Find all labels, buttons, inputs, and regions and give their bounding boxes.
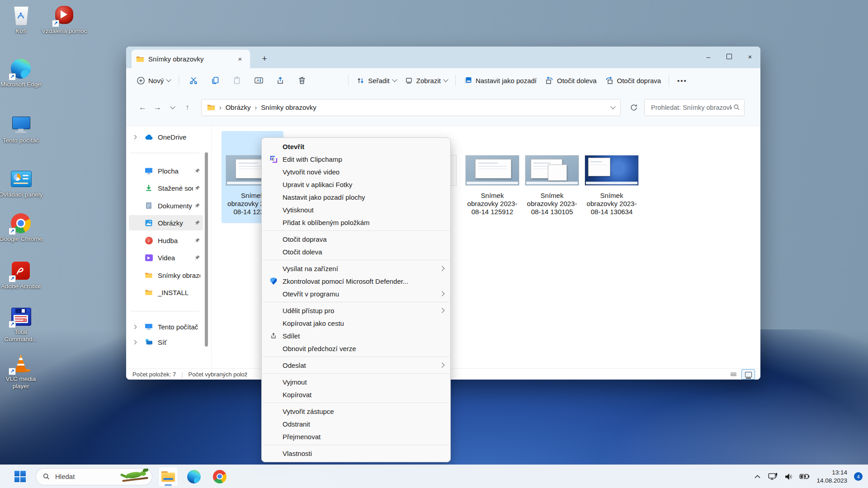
new-tab-button[interactable]: + xyxy=(258,52,271,65)
menu-item-otevrit[interactable]: Otevřít xyxy=(264,140,448,153)
new-button[interactable]: Nový xyxy=(132,72,175,89)
history-chevron-button[interactable] xyxy=(165,100,180,115)
menu-item-pridat-k-oblibenym-polozkam[interactable]: Přidat k oblíbeným položkám xyxy=(264,216,448,229)
desktop-icon-control-panel[interactable]: Ovládací panely xyxy=(0,168,44,198)
sidebar-scrollbar[interactable] xyxy=(205,152,208,347)
rotate-right-button[interactable]: Otočit doprava xyxy=(601,72,665,89)
command-bar: Nový A Se xyxy=(126,68,760,93)
start-button[interactable] xyxy=(10,467,30,487)
menu-item-otocit-doprava[interactable]: Otočit doprava xyxy=(264,233,448,245)
menu-item-zkontrolovat-microsoft-defender[interactable]: Zkontrolovat pomocí Microsoft Defender..… xyxy=(264,275,448,287)
desktop-icon-remote-assistance[interactable]: ↗ Vzdálená pomoc xyxy=(41,5,88,35)
menu-item-otevrit-v-programu[interactable]: Otevřít v programu xyxy=(264,287,448,300)
sidebar-item-stazene-soubory[interactable]: Stažené soub xyxy=(129,180,203,196)
set-background-button[interactable]: Nastavit jako pozadí xyxy=(459,72,541,89)
copy-button[interactable] xyxy=(204,72,226,89)
file-tile[interactable]: Snímek obrazovky 2023-08-14 130634 xyxy=(582,131,642,223)
sidebar-item-install[interactable]: _INSTALL xyxy=(129,285,203,300)
sidebar-item-dokumenty[interactable]: Dokumenty xyxy=(129,198,203,213)
breadcrumb-snimky-obrazovky[interactable]: Snímky obrazovky xyxy=(261,103,316,111)
desktop-icon-vlc[interactable]: ↗ VLC media player xyxy=(0,352,44,390)
menu-item-sdilet[interactable]: Sdílet xyxy=(264,329,448,342)
cut-button[interactable] xyxy=(183,72,204,89)
chrome-icon: ↗ xyxy=(10,212,32,234)
taskbar-file-explorer-button[interactable] xyxy=(158,467,178,487)
taskbar-clock[interactable]: 13:14 14.08.2023 xyxy=(816,469,847,484)
file-name: Snímek obrazovky 2023-08-14 125912 xyxy=(467,192,518,216)
submenu-chevron-icon xyxy=(439,363,444,368)
paste-button[interactable] xyxy=(226,72,248,89)
tab-close-icon[interactable]: × xyxy=(235,54,245,65)
sidebar-item-plocha[interactable]: Plocha xyxy=(129,163,203,178)
expand-chevron-icon[interactable] xyxy=(132,135,137,139)
tray-battery-icon[interactable] xyxy=(799,470,811,483)
menu-item-upravit-v-aplikaci-fotky[interactable]: Upravit v aplikaci Fotky xyxy=(264,178,448,191)
rename-button[interactable]: A xyxy=(248,72,269,89)
menu-item-kopirovat[interactable]: Kopírovat xyxy=(264,388,448,401)
menu-item-vlastnosti[interactable]: Vlastnosti xyxy=(264,447,448,460)
menu-item-nastavit-jako-pozadi-plochy[interactable]: Nastavit jako pozadí plochy xyxy=(264,191,448,203)
search-box[interactable] xyxy=(644,99,745,116)
desktop-icon-recycle-bin[interactable]: Koš xyxy=(0,5,44,35)
menu-item-kopirovat-jako-cestu[interactable]: Kopírovat jako cestu xyxy=(264,317,448,329)
sidebar-item-sit[interactable]: Síť xyxy=(129,334,203,350)
sort-button[interactable]: Seřadit xyxy=(352,72,401,89)
desktop-icon-total-commander[interactable]: 64 ↗ Total Command... xyxy=(0,305,44,343)
tab-snimky-obrazovky[interactable]: Snímky obrazovky × xyxy=(132,50,250,68)
menu-item-vytisknout[interactable]: Vytisknout xyxy=(264,203,448,216)
large-icons-view-button[interactable] xyxy=(741,369,755,380)
view-button[interactable]: Zobrazit xyxy=(401,72,452,89)
menu-item-vytvorit-nove-video[interactable]: Vytvořit nové video xyxy=(264,165,448,178)
menu-item-otocit-doleva[interactable]: Otočit doleva xyxy=(264,245,448,258)
sidebar-item-snimky-obrazovky[interactable]: Snímky obrazov xyxy=(129,267,203,283)
file-tile[interactable]: Snímek obrazovky 2023-08-14 130105 xyxy=(522,131,582,223)
file-tile[interactable]: Snímek obrazovky 2023-08-14 125912 xyxy=(462,131,522,223)
details-view-button[interactable] xyxy=(726,369,740,380)
breadcrumb[interactable]: › Obrázky › Snímky obrazovky xyxy=(201,99,621,116)
menu-item-vyjmout[interactable]: Vyjmout xyxy=(264,375,448,388)
breadcrumb-obrazky[interactable]: Obrázky xyxy=(226,103,251,111)
expand-chevron-icon[interactable] xyxy=(132,340,137,344)
tray-network-icon[interactable] xyxy=(767,470,779,483)
maximize-button[interactable] xyxy=(719,47,740,66)
menu-item-odstranit[interactable]: Odstranit xyxy=(264,418,448,430)
desktop-icon-google-chrome[interactable]: ↗ Google Chrome xyxy=(0,212,44,243)
menu-item-odeslat[interactable]: Odeslat xyxy=(264,359,448,371)
share-button[interactable] xyxy=(269,72,291,89)
tray-volume-icon[interactable] xyxy=(783,470,795,483)
address-dropdown-icon[interactable] xyxy=(610,104,615,109)
menu-item-vysilat-na-zarizeni[interactable]: Vysílat na zařízení xyxy=(264,262,448,275)
menu-item-obnovit-predchozi-verze[interactable]: Obnovit předchozí verze xyxy=(264,342,448,355)
rename-icon: A xyxy=(254,76,264,85)
expand-chevron-icon[interactable] xyxy=(132,324,137,329)
desktop-icon-adobe-acrobat[interactable]: ↗ Adobe Acrobat xyxy=(0,260,44,290)
menu-item-udelit-pristup-pro[interactable]: Udělit přístup pro xyxy=(264,304,448,317)
sidebar-item-videa[interactable]: ▶ Videa xyxy=(129,250,203,265)
menu-item-prejmenovat[interactable]: Přejmenovat xyxy=(264,430,448,443)
menu-item-vytvorit-zastupce[interactable]: Vytvořit zástupce xyxy=(264,405,448,418)
taskbar-search-input[interactable] xyxy=(54,472,121,481)
taskbar-search[interactable] xyxy=(36,468,152,485)
sidebar-item-onedrive[interactable]: OneDrive xyxy=(129,129,203,145)
sidebar-item-tento-pocitac[interactable]: Tento počítač xyxy=(129,319,203,334)
taskbar-edge-button[interactable] xyxy=(184,467,204,487)
desktop-icon-microsoft-edge[interactable]: ↗ Microsoft Edge xyxy=(0,58,44,88)
desktop: Koš ↗ Vzdálená pomoc ↗ Microsoft Edge Te… xyxy=(0,0,868,488)
sidebar-item-hudba[interactable]: ♪ Hudba xyxy=(129,233,203,248)
search-input[interactable] xyxy=(650,103,733,112)
forward-button[interactable]: → xyxy=(150,100,165,115)
refresh-button[interactable] xyxy=(627,100,641,115)
close-button[interactable]: × xyxy=(740,47,760,66)
back-button[interactable]: ← xyxy=(135,100,150,115)
minimize-button[interactable]: – xyxy=(698,47,719,66)
menu-item-edit-with-clipchamp[interactable]: cEdit with Clipchamp xyxy=(264,153,448,165)
up-button[interactable]: ↑ xyxy=(180,100,195,115)
desktop-icon-this-pc[interactable]: Tento počítač xyxy=(0,114,44,144)
rotate-left-button[interactable]: Otočit doleva xyxy=(541,72,601,89)
notification-badge[interactable]: 4 xyxy=(854,472,863,481)
more-options-button[interactable]: ••• xyxy=(673,77,692,84)
taskbar-chrome-button[interactable] xyxy=(210,467,230,487)
delete-button[interactable] xyxy=(291,72,313,89)
sidebar-item-obrazky[interactable]: Obrázky xyxy=(129,215,203,230)
tray-show-hidden-icons-button[interactable] xyxy=(751,470,763,483)
